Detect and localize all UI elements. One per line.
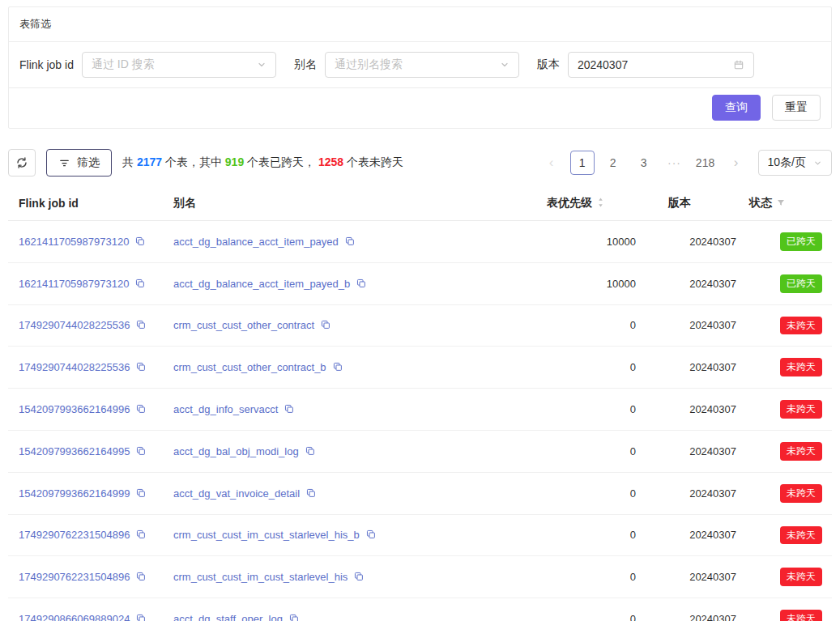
crossed-count: 919: [225, 155, 244, 168]
filter-button[interactable]: 筛选: [46, 149, 112, 177]
copy-icon[interactable]: [344, 236, 356, 247]
priority-cell: 0: [540, 598, 662, 621]
alias-link[interactable]: crm_cust_cust_im_cust_starlevel_his_b: [173, 529, 360, 541]
pagination-next-icon[interactable]: ›: [724, 151, 748, 175]
copy-icon[interactable]: [353, 571, 365, 582]
status-cell: 未跨天: [743, 472, 832, 514]
job-id-cell: 1749290866069889024: [8, 598, 167, 621]
refresh-button[interactable]: [8, 149, 36, 177]
copy-icon[interactable]: [135, 403, 147, 415]
alias-cell: acct_dg_balance_acct_item_payed: [167, 221, 540, 263]
pagination-ellipsis[interactable]: ···: [663, 151, 687, 175]
status-badge: 未跨天: [780, 568, 822, 586]
copy-icon[interactable]: [332, 361, 343, 372]
pagination-page[interactable]: 1: [570, 151, 595, 175]
table-row: 1749290762231504896crm_cust_cust_im_cust…: [8, 514, 832, 556]
job-id-cell: 1749290762231504896: [8, 514, 167, 556]
job-id-cell: 1749290744028225536: [8, 347, 167, 389]
job-id-cell: 1749290762231504896: [8, 556, 167, 598]
copy-icon[interactable]: [356, 278, 367, 289]
job-id-link[interactable]: 1749290744028225536: [19, 361, 130, 373]
table-row: 1749290762231504896crm_cust_cust_im_cust…: [8, 556, 832, 598]
priority-cell: 0: [540, 389, 662, 431]
alias-link[interactable]: crm_cust_cust_other_contract_b: [173, 361, 326, 373]
job-id-link[interactable]: 1749290762231504896: [19, 571, 130, 583]
version-cell: 20240307: [662, 221, 743, 263]
copy-icon[interactable]: [134, 236, 146, 247]
chevron-down-icon: [500, 60, 510, 70]
summary-part: 个表未跨天: [343, 155, 403, 168]
alias-link[interactable]: acct_dg_staff_oper_log: [173, 613, 283, 621]
page-size-select[interactable]: 10条/页: [758, 150, 832, 176]
status-badge: 未跨天: [780, 358, 822, 376]
copy-icon[interactable]: [320, 319, 331, 330]
table-header-row: Flink job id 别名 表优先级 版本 状态: [8, 186, 832, 221]
sort-icon[interactable]: [596, 197, 605, 208]
reset-button[interactable]: 重置: [772, 95, 821, 121]
status-cell: 未跨天: [743, 430, 832, 472]
priority-cell: 0: [540, 430, 662, 472]
pagination: ‹123···218›: [536, 151, 752, 175]
table-row: 1749290744028225536crm_cust_cust_other_c…: [8, 304, 832, 347]
query-button[interactable]: 查询: [712, 95, 761, 121]
copy-icon[interactable]: [284, 403, 295, 415]
version-label: 版本: [537, 57, 560, 72]
alias-link[interactable]: acct_dg_vat_invoice_detail: [173, 487, 300, 500]
copy-icon[interactable]: [135, 529, 147, 540]
copy-icon[interactable]: [305, 487, 317, 499]
copy-icon[interactable]: [135, 319, 147, 330]
copy-icon[interactable]: [365, 529, 377, 540]
version-cell: 20240307: [662, 389, 743, 431]
job-id-link[interactable]: 1749290744028225536: [19, 319, 130, 331]
job-id-cell: 1621411705987973120: [8, 262, 167, 304]
copy-icon[interactable]: [135, 571, 147, 582]
alias-link[interactable]: acct_dg_balance_acct_item_payed_b: [173, 278, 350, 290]
alias-select[interactable]: 通过别名搜索: [325, 52, 519, 78]
alias-cell: crm_cust_cust_other_contract_b: [167, 347, 540, 389]
copy-icon[interactable]: [135, 361, 147, 372]
copy-icon[interactable]: [135, 487, 147, 499]
job-id-link[interactable]: 1621411705987973120: [19, 278, 129, 290]
alias-cell: acct_dg_staff_oper_log: [167, 598, 540, 621]
version-date-input[interactable]: 20240307: [568, 52, 754, 78]
pagination-prev-icon[interactable]: ‹: [539, 151, 564, 175]
alias-cell: crm_cust_cust_im_cust_starlevel_his_b: [167, 514, 540, 556]
filter-funnel-icon[interactable]: [776, 198, 786, 208]
alias-link[interactable]: crm_cust_cust_im_cust_starlevel_his: [173, 571, 348, 583]
filter-actions-row: 查询 重置: [9, 88, 831, 128]
job-id-link[interactable]: 1621411705987973120: [19, 236, 129, 248]
status-badge: 未跨天: [780, 610, 822, 621]
alias-field: 别名 通过别名搜索: [294, 52, 519, 78]
table-row: 1621411705987973120acct_dg_balance_acct_…: [8, 221, 832, 263]
version-cell: 20240307: [662, 514, 743, 556]
alias-link[interactable]: acct_dg_balance_acct_item_payed: [173, 236, 339, 248]
alias-link[interactable]: acct_dg_bal_obj_modi_log: [173, 445, 299, 457]
alias-link[interactable]: acct_dg_info_servacct: [173, 403, 278, 415]
alias-link[interactable]: crm_cust_cust_other_contract: [173, 319, 314, 331]
toolbar-right: ‹123···218› 10条/页: [536, 150, 832, 176]
job-id-link[interactable]: 1542097993662164996: [19, 403, 130, 415]
pagination-page[interactable]: 218: [693, 151, 718, 175]
priority-cell: 0: [540, 347, 662, 389]
filter-fields-row: Flink job id 通过 ID 搜索 别名 通过别名搜索: [9, 42, 831, 88]
copy-icon[interactable]: [288, 613, 300, 621]
job-id-cell: 1749290744028225536: [8, 304, 167, 347]
job-id-link[interactable]: 1542097993662164999: [19, 487, 130, 500]
toolbar: 筛选 共 2177 个表，其中 919 个表已跨天， 1258 个表未跨天 ‹1…: [8, 149, 832, 177]
copy-icon[interactable]: [134, 278, 146, 289]
job-id-link[interactable]: 1749290866069889024: [19, 613, 130, 621]
copy-icon[interactable]: [135, 613, 147, 621]
table-row: 1749290744028225536crm_cust_cust_other_c…: [8, 347, 832, 389]
table-body: 1621411705987973120acct_dg_balance_acct_…: [8, 221, 832, 621]
status-cell: 已跨天: [743, 221, 832, 263]
copy-icon[interactable]: [305, 445, 316, 457]
pagination-page[interactable]: 2: [601, 151, 625, 175]
job-id-link[interactable]: 1749290762231504896: [19, 529, 130, 541]
flink-job-id-select[interactable]: 通过 ID 搜索: [82, 52, 276, 78]
pagination-page[interactable]: 3: [632, 151, 656, 175]
job-id-cell: 1621411705987973120: [8, 221, 167, 263]
copy-icon[interactable]: [135, 445, 147, 457]
status-badge: 已跨天: [780, 232, 822, 251]
job-id-link[interactable]: 1542097993662164995: [19, 445, 130, 457]
status-badge: 未跨天: [780, 317, 822, 335]
